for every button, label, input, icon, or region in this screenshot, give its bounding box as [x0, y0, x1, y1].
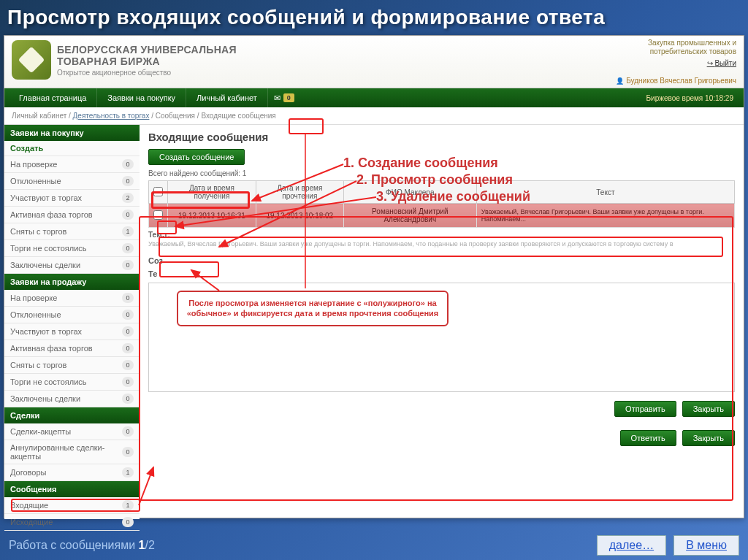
exchange-time: Биржевое время 10:18:29: [646, 94, 740, 102]
select-all-checkbox[interactable]: [153, 187, 163, 196]
sidebar-group-header: Заявки на продажу: [4, 274, 140, 290]
current-user[interactable]: Будников Вячеслав Григорьевич: [616, 77, 736, 85]
sidebar-item[interactable]: Торги не состоялись0: [4, 240, 140, 257]
slide-title: Просмотр входящих сообщений и формирован…: [7, 6, 741, 29]
sidebar-item-label: Договоры: [10, 468, 46, 477]
sidebar-item-count: 0: [122, 293, 134, 303]
nav-mail[interactable]: ✉ 0: [274, 93, 294, 103]
cell-read: 19.12.2013 10:18:02: [256, 204, 343, 228]
sidebar-item-label: Отклоненные: [10, 177, 61, 185]
create-message-button[interactable]: Создать сообщение: [148, 149, 245, 165]
top-nav: Главная страница Заявки на покупку Личны…: [4, 88, 744, 107]
logo-line2: ТОВАРНАЯ БИРЖА: [57, 55, 237, 67]
sidebar-item-label: Заключены сделки: [10, 261, 80, 269]
sidebar-item-label: На проверке: [10, 294, 57, 302]
sidebar-item-label: Торги не состоялись: [10, 377, 87, 386]
next-button[interactable]: далее…: [597, 535, 666, 556]
nav-cabinet[interactable]: Личный кабинет: [186, 88, 268, 107]
sidebar-item-label: Активная фаза торгов: [10, 210, 93, 219]
col-text[interactable]: Текст: [476, 181, 734, 204]
sidebar-item-count: 1: [122, 467, 134, 477]
row-checkbox[interactable]: [153, 210, 163, 220]
sidebar-item-label: Аннулированные сделки-акцепты: [10, 443, 122, 461]
sidebar-item-label: Сделки-акцепты: [10, 427, 71, 436]
sidebar-item-count: 0: [122, 426, 134, 437]
sidebar-item-label: Создать: [10, 144, 43, 153]
sidebar-item-count: 0: [122, 517, 134, 527]
sidebar-item[interactable]: На проверке0: [4, 290, 140, 307]
close-button-2[interactable]: Закрыть: [682, 430, 735, 446]
mail-badge: 0: [283, 93, 294, 102]
sidebar-item[interactable]: Торги не состоялись0: [4, 374, 140, 391]
send-button[interactable]: Отправить: [614, 401, 676, 417]
annotation-callout: После просмотра изменяется начертание с …: [177, 291, 449, 326]
text-label: Текст:: [148, 231, 170, 239]
sidebar-group-header: Сообщения: [4, 481, 140, 497]
sidebar-item-count: 1: [122, 226, 134, 237]
sidebar-item[interactable]: Сделки-акцепты0: [4, 423, 140, 440]
logo: БЕЛОРУССКАЯ УНИВЕРСАЛЬНАЯ ТОВАРНАЯ БИРЖА…: [12, 40, 736, 80]
sidebar-item-count: 2: [122, 193, 134, 203]
result-count: Всего найдено сообщений: 1: [148, 169, 735, 177]
sidebar-item-label: Торги не состоялись: [10, 244, 87, 253]
sidebar-item-count: 0: [122, 343, 134, 353]
sidebar-item[interactable]: На проверке0: [4, 156, 140, 173]
sidebar-item-label: Входящие: [10, 501, 48, 510]
slide-footer: Работа с сообщениями 1/2 далее… В меню: [9, 535, 739, 556]
breadcrumb: Личный кабинет / Деятельность в торгах /…: [4, 107, 744, 125]
sidebar-item[interactable]: Участвуют в торгах0: [4, 323, 140, 340]
header-tagline: Закупка промышленных ипотребительских то…: [648, 39, 736, 56]
mail-icon: ✉: [274, 93, 280, 103]
sidebar-item[interactable]: Участвуют в торгах2: [4, 190, 140, 207]
col-broker[interactable]: ФИО Маклера: [343, 181, 476, 204]
sidebar-item-label: Активная фаза торгов: [10, 344, 93, 353]
nav-buy-requests[interactable]: Заявки на покупку: [97, 88, 186, 107]
sidebar-item[interactable]: Договоры1: [4, 464, 140, 481]
sidebar-item[interactable]: Аннулированные сделки-акцепты0: [4, 440, 140, 464]
sidebar-item-count: 0: [122, 447, 134, 457]
sidebar-item-count: 0: [122, 310, 134, 320]
nav-home[interactable]: Главная страница: [9, 88, 97, 107]
sidebar-item[interactable]: Отклоненные0: [4, 307, 140, 323]
sidebar-item[interactable]: Исходящие0: [4, 514, 140, 531]
reply-button[interactable]: Ответить: [620, 430, 676, 446]
sidebar-item[interactable]: Заключены сделки0: [4, 391, 140, 407]
cell-received: 19.12.2013 10:16:31: [168, 204, 256, 228]
sidebar-item[interactable]: Активная фаза торгов0: [4, 207, 140, 223]
sidebar-item-label: Сняты с торгов: [10, 361, 66, 369]
sidebar-item-count: 0: [122, 243, 134, 253]
sidebar: Заявки на покупкуСоздатьНа проверке0Откл…: [4, 125, 140, 519]
sidebar-item-count: 0: [122, 394, 134, 404]
sidebar-item-label: На проверке: [10, 160, 57, 169]
sidebar-item-label: Сняты с торгов: [10, 227, 66, 236]
sidebar-item[interactable]: Отклоненные0: [4, 173, 140, 190]
sidebar-group-header: Сделки: [4, 407, 140, 423]
sidebar-item-count: 1: [122, 500, 134, 510]
cell-text: Уважаемый, Вячеслав Григорьевич. Ваши за…: [476, 204, 734, 228]
sidebar-item[interactable]: Сняты с торгов1: [4, 223, 140, 240]
col-received[interactable]: Дата и время получения: [168, 181, 256, 204]
close-button[interactable]: Закрыть: [682, 401, 735, 417]
sidebar-item[interactable]: Сняты с торгов0: [4, 357, 140, 374]
sidebar-item[interactable]: Заключены сделки0: [4, 257, 140, 274]
sidebar-item[interactable]: Создать: [4, 141, 140, 156]
page-title: Входящие сообщения: [148, 131, 735, 143]
sidebar-item-label: Отклоненные: [10, 310, 61, 319]
compose-field-label: Те: [148, 269, 157, 278]
cell-broker: Романовский Дмитрий Александрович: [343, 204, 476, 228]
sidebar-item-count: 0: [122, 260, 134, 270]
exit-link[interactable]: ↪ Выйти: [648, 59, 736, 67]
sidebar-item-count: 0: [122, 377, 134, 387]
app-window: БЕЛОРУССКАЯ УНИВЕРСАЛЬНАЯ ТОВАРНАЯ БИРЖА…: [4, 35, 744, 518]
compose-title: Соз: [148, 256, 163, 265]
logo-line1: БЕЛОРУССКАЯ УНИВЕРСАЛЬНАЯ: [57, 44, 237, 55]
col-read[interactable]: Дата и время прочтения: [256, 181, 343, 204]
breadcrumb-link[interactable]: Деятельность в торгах: [73, 112, 150, 120]
menu-button[interactable]: В меню: [673, 535, 739, 556]
sidebar-item[interactable]: Активная фаза торгов0: [4, 340, 140, 357]
sidebar-item[interactable]: Входящие1: [4, 497, 140, 514]
sidebar-group-header: Заявки на покупку: [4, 125, 140, 141]
message-row[interactable]: 19.12.2013 10:16:31 19.12.2013 10:18:02 …: [149, 204, 735, 228]
sidebar-item-count: 0: [122, 176, 134, 186]
sidebar-item-label: Участвуют в торгах: [10, 193, 82, 202]
